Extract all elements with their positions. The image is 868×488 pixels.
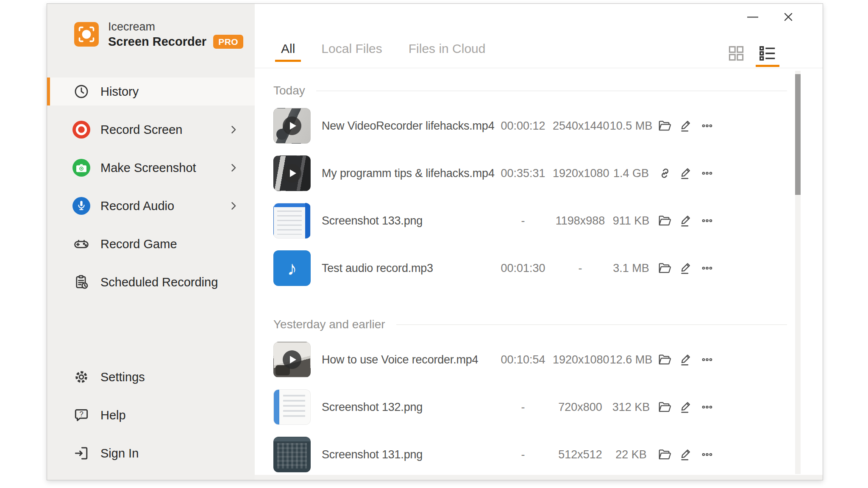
file-name: New VideoRecorder lifehacks.mp4 — [322, 119, 495, 133]
play-icon — [283, 116, 301, 135]
section-header: Today — [273, 79, 787, 102]
horizontal-scrollbar-track[interactable] — [255, 475, 823, 480]
file-row[interactable]: ♪ Screenshot 132.png - 720x800 312 KB — [273, 383, 787, 431]
gear-icon — [72, 367, 91, 387]
file-name: How to use Voice recorder.mp4 — [322, 353, 495, 366]
file-resolution: 512x512 — [553, 448, 608, 461]
vertical-scrollbar[interactable] — [795, 71, 801, 474]
file-duration: 00:35:31 — [495, 167, 551, 180]
play-icon — [283, 164, 301, 183]
minimize-button[interactable] — [745, 10, 761, 24]
open-folder-button[interactable] — [654, 115, 676, 136]
sidebar-footer: Settings ? Help — [47, 363, 255, 467]
open-folder-button[interactable] — [654, 444, 676, 465]
file-actions — [654, 210, 718, 231]
file-thumbnail[interactable]: ♪ — [273, 389, 311, 425]
file-row[interactable]: ♪ New VideoRecorder lifehacks.mp4 00:00:… — [273, 102, 787, 150]
file-resolution: 720x800 — [553, 401, 608, 414]
open-folder-button[interactable] — [654, 349, 676, 370]
section-title: Yesterday and earlier — [273, 318, 385, 331]
more-options-button[interactable] — [697, 163, 718, 184]
sidebar-item-label: Sign In — [100, 446, 139, 460]
sidebar-item-label: Scheduled Recording — [100, 275, 218, 289]
copy-link-button[interactable] — [654, 163, 676, 184]
sidebar-item-sign-in[interactable]: Sign In — [47, 439, 255, 467]
open-folder-icon — [657, 399, 673, 415]
more-options-button[interactable] — [697, 349, 718, 370]
close-icon — [782, 11, 795, 23]
sidebar-item-settings[interactable]: Settings — [47, 363, 255, 391]
tab-files-in-cloud[interactable]: Files in Cloud — [409, 42, 486, 62]
file-actions — [654, 444, 718, 465]
file-row[interactable]: ♪ My programm tips & lifehacks.mp4 00:35… — [273, 150, 787, 197]
clock-icon — [72, 82, 91, 101]
file-row[interactable]: ♪ Test audio record.mp3 00:01:30 - 3.1 M… — [273, 244, 787, 292]
sidebar-item-scheduled-recording[interactable]: Scheduled Recording — [47, 268, 255, 296]
file-name: My programm tips & lifehacks.mp4 — [322, 167, 495, 180]
edit-button[interactable] — [676, 163, 697, 184]
more-options-button[interactable] — [697, 444, 718, 465]
open-folder-button[interactable] — [654, 210, 676, 231]
more-options-button[interactable] — [697, 210, 718, 231]
more-options-icon — [700, 119, 715, 133]
file-resolution: 1920x1080 — [553, 353, 608, 366]
sidebar-item-make-screenshot[interactable]: Make Screenshot — [47, 154, 255, 182]
list-view-button[interactable] — [757, 43, 778, 64]
app-logo: Icecream Screen Recorder PRO — [47, 4, 255, 54]
grid-view-button[interactable] — [726, 43, 746, 64]
link-icon — [657, 166, 673, 181]
edit-button[interactable] — [676, 349, 697, 370]
chevron-right-icon — [228, 200, 239, 212]
edit-button[interactable] — [676, 396, 697, 418]
file-thumbnail[interactable]: ♪ — [273, 437, 311, 472]
file-resolution: 1920x1080 — [553, 167, 608, 180]
file-size: 312 KB — [608, 401, 654, 414]
open-folder-button[interactable] — [654, 396, 676, 418]
more-options-icon — [700, 447, 715, 462]
sidebar-item-record-audio[interactable]: Record Audio — [47, 192, 255, 220]
tab-local-files[interactable]: Local Files — [321, 42, 382, 62]
sidebar-item-history[interactable]: History — [47, 78, 255, 105]
file-name: Screenshot 133.png — [322, 214, 495, 227]
file-thumbnail[interactable]: ♪ — [273, 250, 311, 286]
section-divider — [316, 91, 787, 91]
file-duration: 00:00:12 — [495, 119, 551, 133]
app-window: Icecream Screen Recorder PRO History — [47, 3, 823, 480]
sidebar-item-record-game[interactable]: Record Game — [47, 230, 255, 258]
edit-button[interactable] — [676, 258, 697, 279]
edit-pencil-icon — [679, 352, 694, 367]
open-folder-icon — [657, 213, 673, 228]
sidebar-item-record-screen[interactable]: Record Screen — [47, 116, 255, 144]
edit-pencil-icon — [679, 399, 694, 415]
file-row[interactable]: ♪ Screenshot 131.png - 512x512 22 KB — [273, 431, 787, 475]
play-icon — [283, 350, 301, 369]
music-note-icon: ♪ — [287, 258, 297, 278]
file-thumbnail[interactable]: ♪ — [273, 342, 311, 377]
file-actions — [654, 115, 718, 136]
microphone-icon — [72, 196, 91, 216]
record-icon — [72, 120, 91, 139]
edit-button[interactable] — [676, 210, 697, 231]
file-size: 3.1 MB — [608, 262, 654, 275]
chevron-right-icon — [228, 124, 239, 136]
header: All Local Files Files in Cloud — [255, 4, 823, 68]
open-folder-icon — [657, 352, 673, 367]
schedule-icon — [72, 272, 91, 292]
scrollbar-thumb[interactable] — [795, 74, 801, 195]
edit-button[interactable] — [676, 115, 697, 136]
sidebar-item-help[interactable]: ? Help — [47, 401, 255, 429]
more-options-button[interactable] — [697, 115, 718, 136]
file-row[interactable]: ♪ How to use Voice recorder.mp4 00:10:54… — [273, 336, 787, 383]
file-thumbnail[interactable]: ♪ — [273, 203, 311, 238]
file-actions — [654, 349, 718, 370]
more-options-button[interactable] — [697, 258, 718, 279]
tab-all[interactable]: All — [281, 42, 295, 62]
file-thumbnail[interactable]: ♪ — [273, 108, 311, 144]
edit-button[interactable] — [676, 444, 697, 465]
section-divider — [396, 324, 787, 325]
close-button[interactable] — [780, 10, 796, 24]
file-thumbnail[interactable]: ♪ — [273, 155, 311, 191]
more-options-button[interactable] — [697, 396, 718, 418]
file-row[interactable]: ♪ Screenshot 133.png - 1198x988 911 KB — [273, 197, 787, 244]
open-folder-button[interactable] — [654, 258, 676, 279]
